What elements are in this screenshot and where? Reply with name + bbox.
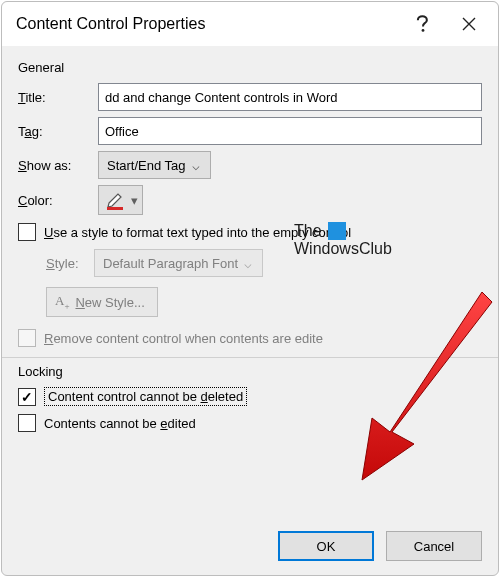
showas-value: Start/End Tag [107, 158, 186, 173]
dialog-title: Content Control Properties [16, 15, 400, 33]
style-label: Style: [46, 256, 94, 271]
dialog-body: General Title: Tag: Show as: Start/End T… [2, 46, 498, 432]
tag-input[interactable] [98, 117, 482, 145]
showas-dropdown[interactable]: Start/End Tag ⌵ [98, 151, 211, 179]
color-picker[interactable]: ▾ [98, 185, 143, 215]
cannot-edit-row[interactable]: Contents cannot be edited [18, 414, 482, 432]
use-style-checkbox[interactable] [18, 223, 36, 241]
cannot-delete-checkbox[interactable] [18, 388, 36, 406]
pencil-color-icon [105, 189, 127, 211]
showas-label: Show as: [18, 158, 98, 173]
row-showas: Show as: Start/End Tag ⌵ [18, 151, 482, 179]
section-general: General [18, 60, 482, 75]
style-value: Default Paragraph Font [103, 256, 238, 271]
ok-button[interactable]: OK [278, 531, 374, 561]
question-icon [416, 15, 430, 33]
chevron-down-icon: ⌵ [238, 256, 258, 271]
svg-point-0 [422, 29, 425, 32]
title-input[interactable] [98, 83, 482, 111]
section-locking: Locking [18, 364, 482, 379]
style-dropdown: Default Paragraph Font ⌵ [94, 249, 263, 277]
title-label: Title: [18, 90, 98, 105]
row-style: Style: Default Paragraph Font ⌵ [46, 249, 482, 277]
close-icon [462, 17, 476, 31]
font-icon: A+ [55, 293, 69, 311]
cancel-button[interactable]: Cancel [386, 531, 482, 561]
row-newstyle: A+ New Style... [46, 283, 482, 317]
new-style-label: New Style... [75, 295, 144, 310]
cannot-delete-label: Content control cannot be deleted [44, 387, 247, 406]
remove-label: Remove content control when contents are… [44, 331, 323, 346]
cannot-edit-label: Contents cannot be edited [44, 416, 196, 431]
remove-checkbox [18, 329, 36, 347]
row-color: Color: ▾ [18, 185, 482, 215]
chevron-down-icon: ▾ [131, 193, 138, 208]
cannot-edit-checkbox[interactable] [18, 414, 36, 432]
color-label: Color: [18, 193, 98, 208]
cannot-delete-row[interactable]: Content control cannot be deleted [18, 387, 482, 406]
chevron-down-icon: ⌵ [186, 158, 206, 173]
use-style-checkbox-row[interactable]: Use a style to format text typed into th… [18, 223, 482, 241]
dialog-footer: OK Cancel [278, 531, 482, 561]
use-style-label: Use a style to format text typed into th… [44, 225, 351, 240]
new-style-button: A+ New Style... [46, 287, 158, 317]
remove-checkbox-row: Remove content control when contents are… [18, 329, 482, 347]
help-button[interactable] [400, 6, 446, 42]
content-control-properties-dialog: Content Control Properties General Title… [1, 1, 499, 576]
row-tag: Tag: [18, 117, 482, 145]
close-button[interactable] [446, 6, 492, 42]
divider [2, 357, 498, 358]
row-title: Title: [18, 83, 482, 111]
svg-rect-1 [107, 207, 123, 210]
tag-label: Tag: [18, 124, 98, 139]
titlebar: Content Control Properties [2, 2, 498, 46]
